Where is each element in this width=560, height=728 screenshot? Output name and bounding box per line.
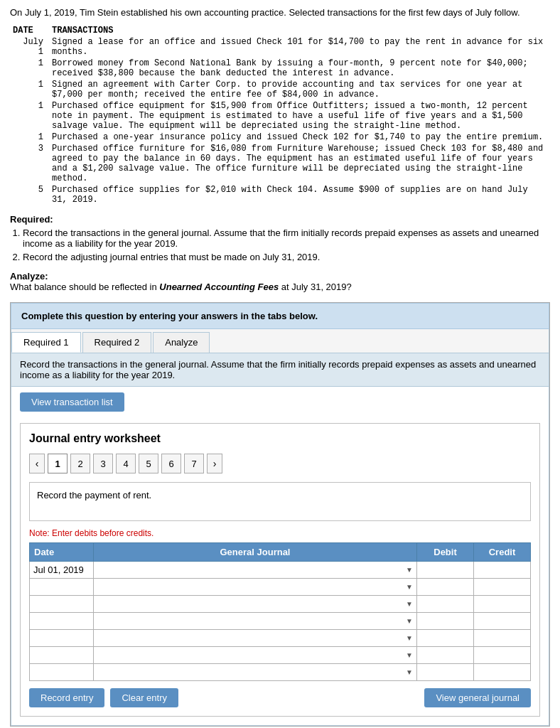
tabs-container: Required 1 Required 2 Analyze Record the… (11, 329, 549, 726)
journal-entry-cell-3[interactable]: ▼ (94, 596, 417, 613)
debit-column-header: Debit (417, 543, 474, 562)
journal-entry-cell-2[interactable]: ▼ (94, 579, 417, 596)
transaction-row-1: July 1 Signed a lease for an office and … (10, 36, 550, 58)
table-row: Jul 01, 2019 ▼ (30, 562, 531, 579)
dropdown-arrow-5[interactable]: ▼ (406, 634, 413, 642)
credit-cell-6[interactable] (474, 647, 531, 664)
journal-entry-input-7[interactable] (97, 667, 406, 678)
page-3-button[interactable]: 3 (93, 454, 113, 473)
credit-cell-5[interactable] (474, 630, 531, 647)
action-buttons-row: Record entry Clear entry View general jo… (29, 688, 531, 707)
table-row: ▼ (30, 664, 531, 681)
credit-cell-4[interactable] (474, 613, 531, 630)
journal-entry-input-1[interactable] (97, 564, 406, 575)
debit-cell-7[interactable] (417, 664, 474, 681)
journal-entry-cell-1[interactable]: ▼ (94, 562, 417, 579)
clear-entry-button[interactable]: Clear entry (110, 688, 178, 707)
debit-input-1[interactable] (421, 564, 470, 575)
complete-banner: Complete this question by entering your … (11, 303, 549, 329)
tabs-row: Required 1 Required 2 Analyze (11, 329, 549, 353)
required-section: Required: Record the transactions in the… (10, 214, 550, 262)
credit-cell-7[interactable] (474, 664, 531, 681)
debit-cell-5[interactable] (417, 630, 474, 647)
debit-cell-4[interactable] (417, 613, 474, 630)
page-7-button[interactable]: 7 (184, 454, 204, 473)
credit-input-6[interactable] (478, 650, 527, 660)
journal-entry-input-5[interactable] (97, 633, 406, 643)
debit-cell-3[interactable] (417, 596, 474, 613)
debit-cell-6[interactable] (417, 647, 474, 664)
analyze-question: What balance should be reflected in Unea… (10, 282, 550, 292)
next-page-button[interactable]: › (207, 454, 222, 473)
page-5-button[interactable]: 5 (139, 454, 158, 473)
dropdown-arrow-6[interactable]: ▼ (406, 651, 413, 659)
credit-input-1[interactable] (478, 564, 527, 575)
view-general-journal-button[interactable]: View general journal (424, 688, 531, 707)
credit-cell-1[interactable] (474, 562, 531, 579)
debit-input-7[interactable] (421, 667, 470, 678)
debit-input-4[interactable] (421, 616, 470, 626)
prev-page-button[interactable]: ‹ (29, 454, 45, 473)
debit-cell-1[interactable] (417, 562, 474, 579)
dropdown-arrow-3[interactable]: ▼ (406, 600, 413, 608)
dropdown-arrow-2[interactable]: ▼ (406, 583, 413, 591)
pagination-row: ‹ 1 2 3 4 5 6 7 › (29, 454, 531, 473)
transaction-row-6: 3 Purchased office furniture for $16,080… (10, 143, 550, 184)
page-2-button[interactable]: 2 (70, 454, 90, 473)
dropdown-arrow-7[interactable]: ▼ (406, 668, 413, 676)
journal-entry-cell-5[interactable]: ▼ (94, 630, 417, 647)
required-title: Required: (10, 214, 550, 225)
page-1-button[interactable]: 1 (48, 454, 68, 473)
view-transaction-button[interactable]: View transaction list (20, 392, 124, 412)
tab-required-1[interactable]: Required 1 (11, 332, 81, 353)
required-item-1: Record the transactions in the general j… (23, 228, 550, 249)
record-entry-button[interactable]: Record entry (29, 688, 104, 707)
journal-date-cell-6 (30, 647, 94, 664)
table-row: ▼ (30, 647, 531, 664)
journal-entry-input-3[interactable] (97, 599, 406, 609)
credit-input-4[interactable] (478, 616, 527, 626)
debit-input-5[interactable] (421, 633, 470, 643)
analyze-title: Analyze: (10, 271, 550, 282)
tab-content-info: Record the transactions in the general j… (11, 353, 549, 387)
debit-input-6[interactable] (421, 650, 470, 660)
table-row: ▼ (30, 630, 531, 647)
journal-entry-cell-4[interactable]: ▼ (94, 613, 417, 630)
dropdown-arrow-1[interactable]: ▼ (406, 566, 413, 574)
analyze-section: Analyze: What balance should be reflecte… (10, 271, 550, 292)
journal-entry-cell-6[interactable]: ▼ (94, 647, 417, 664)
transaction-row-3: 1 Signed an agreement with Carter Corp. … (10, 79, 550, 100)
journal-date-cell-3 (30, 596, 94, 613)
debit-input-3[interactable] (421, 599, 470, 609)
intro-text: On July 1, 2019, Tim Stein established h… (10, 7, 550, 18)
journal-entry-cell-7[interactable]: ▼ (94, 664, 417, 681)
note-text: Note: Enter debits before credits. (29, 528, 531, 538)
transactions-header: TRANSACTIONS (49, 25, 550, 36)
credit-input-7[interactable] (478, 667, 527, 678)
journal-entry-input-2[interactable] (97, 582, 406, 592)
debit-input-2[interactable] (421, 582, 470, 592)
journal-date-cell-5 (30, 630, 94, 647)
page-6-button[interactable]: 6 (161, 454, 181, 473)
record-prompt-box: Record the payment of rent. (29, 482, 531, 521)
credit-cell-2[interactable] (474, 579, 531, 596)
transaction-row-7: 5 Purchased office supplies for $2,010 w… (10, 184, 550, 205)
general-journal-column-header: General Journal (94, 543, 417, 562)
tab-required-2[interactable]: Required 2 (82, 332, 152, 353)
journal-entry-input-4[interactable] (97, 616, 406, 626)
worksheet-title: Journal entry worksheet (29, 432, 531, 445)
journal-entry-input-6[interactable] (97, 650, 406, 660)
date-column-header: Date (30, 543, 94, 562)
journal-date-cell-7 (30, 664, 94, 681)
required-list: Record the transactions in the general j… (23, 228, 550, 262)
transaction-row-2: 1 Borrowed money from Second National Ba… (10, 58, 550, 79)
transaction-row-5: 1 Purchased a one-year insurance policy … (10, 132, 550, 143)
dropdown-arrow-4[interactable]: ▼ (406, 617, 413, 625)
debit-cell-2[interactable] (417, 579, 474, 596)
tab-analyze[interactable]: Analyze (153, 332, 210, 353)
credit-cell-3[interactable] (474, 596, 531, 613)
credit-input-5[interactable] (478, 633, 527, 643)
credit-input-3[interactable] (478, 599, 527, 609)
page-4-button[interactable]: 4 (116, 454, 136, 473)
credit-input-2[interactable] (478, 582, 527, 592)
